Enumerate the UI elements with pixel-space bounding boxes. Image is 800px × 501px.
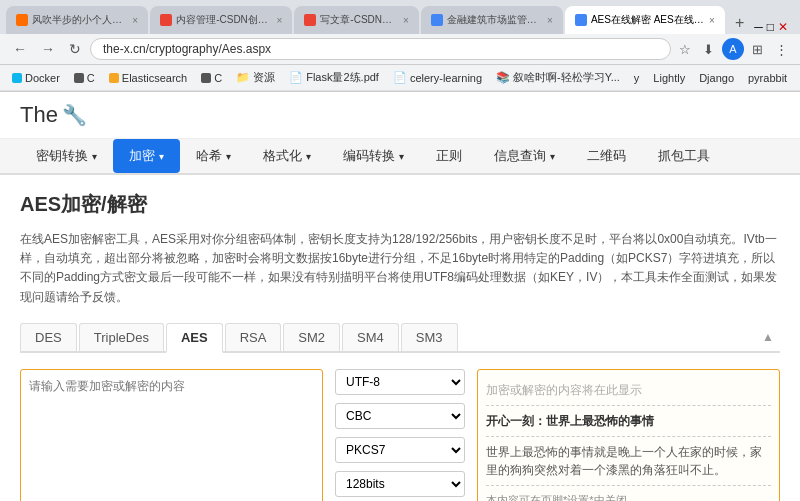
output-header: 加密或解密的内容将在此显示 [486,381,771,399]
nav-hash-arrow: ▾ [226,151,231,162]
tab-4-close[interactable]: × [547,15,553,26]
tab-bar: 风吹半步的小个人小空间_哔哩... × 内容管理-CSDN创作中心 × 写文章-… [0,0,800,34]
window-controls: ─ □ ✕ [754,20,794,34]
flask-icon: 📄 [289,71,303,84]
bookmark-docker[interactable]: Docker [8,70,64,86]
tab-3[interactable]: 写文章-CSDN博客 × [294,6,418,34]
tab-1[interactable]: 风吹半步的小个人小空间_哔哩... × [6,6,148,34]
nav-format-arrow: ▾ [306,151,311,162]
c2-icon [201,73,211,83]
tab-5-label: AES在线解密 AES在线加密 A... [591,13,705,27]
reload-button[interactable]: ↻ [64,38,86,60]
cipher-output-panel: 加密或解密的内容将在此显示 开心一刻：世界上最恐怖的事情 世界上最恐怖的事情就是… [477,369,780,501]
site-logo[interactable]: The 🔧 [20,102,87,128]
output-divider-3 [486,485,771,486]
nav-hash[interactable]: 哈希 ▾ [180,139,247,173]
tab-1-label: 风吹半步的小个人小空间_哔哩... [32,13,128,27]
nav-encrypt[interactable]: 加密 ▾ [113,139,180,173]
plaintext-input[interactable] [20,369,323,501]
nav-regex[interactable]: 正则 [420,139,478,173]
bits-select[interactable]: 128bits 192bits 256bits [335,471,465,497]
cipher-input-panel [20,369,323,501]
site-header: The 🔧 [0,92,800,139]
bookmark-resource[interactable]: 📁资源 [232,68,279,87]
tab-tripledes[interactable]: TripleDes [79,323,164,351]
tab-sm4[interactable]: SM4 [342,323,399,351]
resource-icon: 📁 [236,71,250,84]
profile-button[interactable]: A [722,38,744,60]
output-divider-1 [486,405,771,406]
bookmark-flask[interactable]: 📄Flask量2练.pdf [285,68,383,87]
tab-aes[interactable]: AES [166,323,223,353]
output-divider-2 [486,436,771,437]
nav-packet[interactable]: 抓包工具 [642,139,726,173]
close-window-button[interactable]: ✕ [778,20,788,34]
cipher-area: UTF-8 GBK Base64 CBC ECB CTR CFB OFB PKC… [20,369,780,501]
extensions-button[interactable]: ⊞ [748,40,767,59]
tab-4[interactable]: 金融建筑市场监管公共服务平... × [421,6,563,34]
tab-1-favicon [16,14,28,26]
bookmark-pyrabbit[interactable]: pyrabbit [744,70,791,86]
forward-button[interactable]: → [36,38,60,60]
tab-3-favicon [304,14,316,26]
nav-icons: ☆ ⬇ A ⊞ ⋮ [675,38,792,60]
cipher-tabs: DES TripleDes AES RSA SM2 SM4 SM3 ▲ [20,323,780,353]
y-icon: y [634,72,640,84]
bookmark-c2[interactable]: C [197,70,226,86]
bookmark-learn[interactable]: 📚叙啥时啊-轻松学习Y... [492,68,624,87]
address-bar[interactable] [90,38,671,60]
page-description: 在线AES加密解密工具，AES采用对你分组密码体制，密钥长度支持为128/192… [20,230,780,307]
page-content: The 🔧 密钥转换 ▾ 加密 ▾ 哈希 ▾ 格式化 ▾ 编码转换 ▾ 正则 信… [0,92,800,501]
tab-sm2[interactable]: SM2 [283,323,340,351]
c-icon [74,73,84,83]
output-note: 本内容可在页脚*设置*中关闭 [486,492,771,501]
nav-qrcode[interactable]: 二维码 [571,139,642,173]
learn-icon: 📚 [496,71,510,84]
tab-2[interactable]: 内容管理-CSDN创作中心 × [150,6,292,34]
padding-select[interactable]: PKCS7 ISO10126 AnsiX923 ZeroPadding NoPa… [335,437,465,463]
bookmark-django[interactable]: Django [695,70,738,86]
tab-2-label: 内容管理-CSDN创作中心 [176,13,272,27]
mode-select[interactable]: CBC ECB CTR CFB OFB [335,403,465,429]
nav-info[interactable]: 信息查询 ▾ [478,139,571,173]
browser-chrome: 风吹半步的小个人小空间_哔哩... × 内容管理-CSDN创作中心 × 写文章-… [0,0,800,92]
new-tab-button[interactable]: + [727,12,752,34]
minimize-button[interactable]: ─ [754,20,763,34]
nav-encode[interactable]: 编码转换 ▾ [327,139,420,173]
nav-encode-arrow: ▾ [399,151,404,162]
bookmark-celery[interactable]: 📄celery-learning [389,69,486,86]
output-line-2: 世界上最恐怖的事情就是晚上一个人在家的时候，家里的狗狗突然对着一个漆黑的角落狂叫… [486,443,771,479]
bookmark-lightly[interactable]: Lightly [649,70,689,86]
bookmark-c1[interactable]: C [70,70,99,86]
cipher-controls-panel: UTF-8 GBK Base64 CBC ECB CTR CFB OFB PKC… [335,369,465,501]
bookmarks-bar: Docker C Elasticsearch C 📁资源 📄Flask量2练.p… [0,65,800,91]
tab-des[interactable]: DES [20,323,77,351]
bookmark-elasticsearch[interactable]: Elasticsearch [105,70,191,86]
nav-format[interactable]: 格式化 ▾ [247,139,327,173]
bookmark-star-button[interactable]: ☆ [675,40,695,59]
tab-5[interactable]: AES在线解密 AES在线加密 A... × [565,6,725,34]
bookmark-y[interactable]: y [630,70,644,86]
tab-3-label: 写文章-CSDN博客 [320,13,399,27]
tab-4-label: 金融建筑市场监管公共服务平... [447,13,543,27]
tab-5-favicon [575,14,587,26]
nav-bar: ← → ↻ ☆ ⬇ A ⊞ ⋮ [0,34,800,65]
tab-1-close[interactable]: × [132,15,138,26]
output-line-1: 开心一刻：世界上最恐怖的事情 [486,412,771,430]
back-button[interactable]: ← [8,38,32,60]
tab-5-close[interactable]: × [709,15,715,26]
site-nav: 密钥转换 ▾ 加密 ▾ 哈希 ▾ 格式化 ▾ 编码转换 ▾ 正则 信息查询 ▾ … [0,139,800,175]
menu-button[interactable]: ⋮ [771,40,792,59]
tab-rsa[interactable]: RSA [225,323,282,351]
nav-key-convert[interactable]: 密钥转换 ▾ [20,139,113,173]
tab-2-close[interactable]: × [277,15,283,26]
download-button[interactable]: ⬇ [699,40,718,59]
nav-key-convert-arrow: ▾ [92,151,97,162]
tab-sm3[interactable]: SM3 [401,323,458,351]
maximize-button[interactable]: □ [767,20,774,34]
tab-4-favicon [431,14,443,26]
encoding-select[interactable]: UTF-8 GBK Base64 [335,369,465,395]
tab-2-favicon [160,14,172,26]
cipher-tab-arrow: ▲ [756,324,780,350]
tab-3-close[interactable]: × [403,15,409,26]
